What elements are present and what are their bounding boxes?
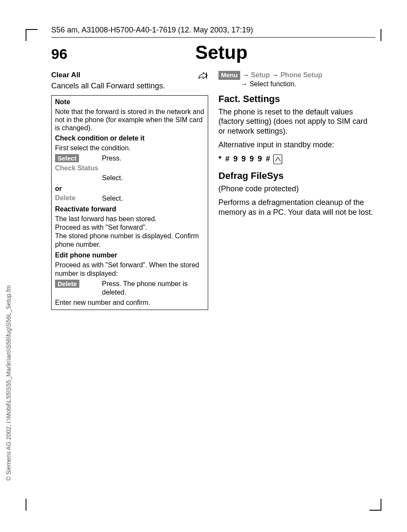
send-key-icon <box>273 154 282 164</box>
menu-softkey: Menu <box>218 71 240 80</box>
defrag-body: Performs a defragmentation cleanup of th… <box>218 198 375 217</box>
arrow-icon-2: → <box>272 71 279 79</box>
check-status-label: Check Status <box>55 164 204 172</box>
or-label: or <box>55 185 204 193</box>
left-column: Clear All Cancels all Call Forward setti… <box>51 71 208 314</box>
alt-input-label: Alternative input in standby mode: <box>218 140 375 150</box>
defrag-sub: (Phone code protected) <box>218 184 375 194</box>
note-title: Note <box>55 98 204 106</box>
arrow-icon: → <box>242 71 249 79</box>
reset-code: * # 9 9 9 9 # <box>218 155 271 164</box>
check-condition-title: Check condition or delete it <box>55 134 204 142</box>
crop-mark-tl <box>26 29 38 41</box>
note-box: Note Note that the forward is stored in … <box>51 95 208 310</box>
copyright-sidebar: © Siemens AG 2002, I:\Mobil\L55\S55_Marl… <box>5 285 12 481</box>
phone-setup-label: Phone Setup <box>280 71 322 79</box>
defrag-heading: Defrag FileSys <box>218 170 375 181</box>
menu-path: Menu → Setup → Phone Setup → Select func… <box>218 71 375 88</box>
fact-settings-body: The phone is reset to the default values… <box>218 107 375 136</box>
select-function-label: Select function. <box>250 80 296 88</box>
page-number: 96 <box>51 46 67 62</box>
delete-softkey: Delete <box>55 280 79 288</box>
edit-phone-title: Edit phone number <box>55 251 204 259</box>
delete-grey-label: Delete <box>55 194 93 202</box>
first-select-text: First select the condition. <box>55 144 204 152</box>
svg-rect-1 <box>273 155 282 164</box>
clear-all-heading: Clear All <box>51 71 80 79</box>
edit-phone-body: Proceed as with "Set forward". When the … <box>55 261 204 278</box>
reactivate-title: Reactivate forward <box>55 205 204 213</box>
select-label-2: Select. <box>102 194 123 203</box>
file-header: S56 am, A31008-H5700-A40-1-7619 (12. May… <box>51 26 375 38</box>
crop-mark-tr <box>381 29 381 41</box>
press-label: Press. <box>102 154 121 163</box>
select-softkey: Select <box>55 154 79 162</box>
right-column: Menu → Setup → Phone Setup → Select func… <box>218 71 375 314</box>
clear-all-body: Cancels all Call Forward settings. <box>51 81 208 91</box>
arrow-icon-3: → <box>241 80 247 88</box>
svg-rect-0 <box>206 73 207 79</box>
note-body: Note that the forward is stored in the n… <box>55 108 204 132</box>
enter-new-number: Enter new number and confirm. <box>55 298 204 307</box>
crop-mark-bl <box>26 499 26 511</box>
page-title: Setup <box>67 42 375 63</box>
select-label-1: Select. <box>102 174 123 182</box>
call-forward-icon <box>198 72 208 80</box>
setup-label: Setup <box>251 71 270 79</box>
fact-settings-heading: Fact. Settings <box>218 94 375 105</box>
reactivate-body: The last forward has been stored. Procee… <box>55 215 204 249</box>
delete-action-text: Press. The phone number is deleted. <box>102 280 204 297</box>
crop-mark-br <box>369 499 381 511</box>
